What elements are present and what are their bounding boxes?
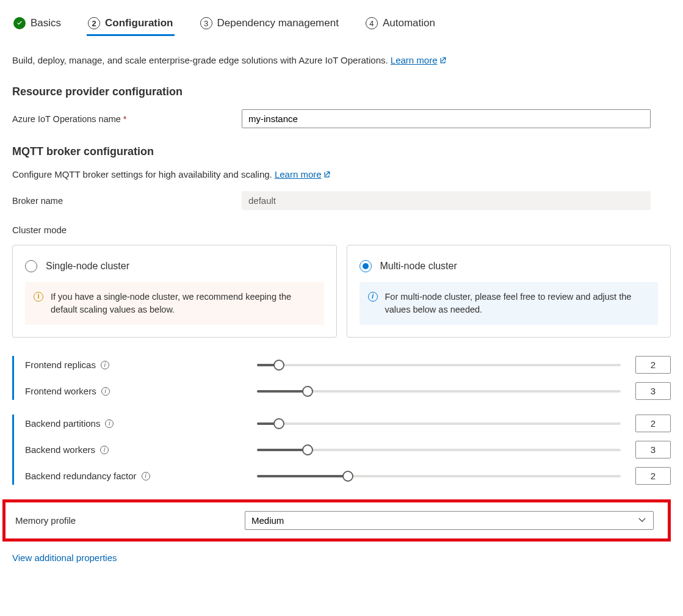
- external-link-icon: [323, 170, 331, 180]
- tab-basics[interactable]: Basics: [12, 12, 62, 34]
- tab-dependency-management[interactable]: 3 Dependency management: [199, 12, 340, 34]
- slider-label: Backend workers: [25, 444, 95, 455]
- cluster-card-multi[interactable]: Multi-node cluster i For multi-node clus…: [347, 245, 671, 338]
- info-icon[interactable]: i: [101, 387, 110, 396]
- backend-partitions-slider[interactable]: [257, 422, 621, 425]
- frontend-workers-row: Frontend workers i 3: [25, 382, 671, 400]
- tab-label: Automation: [383, 17, 435, 29]
- broker-name-row: Broker name: [12, 191, 671, 210]
- section-title-mqtt: MQTT broker configuration: [12, 145, 671, 158]
- broker-name-label: Broker name: [12, 196, 242, 206]
- step-number-icon: 2: [88, 17, 100, 29]
- backend-redundancy-slider[interactable]: [257, 475, 621, 477]
- step-number-icon: 3: [200, 17, 212, 29]
- wizard-tabs: Basics 2 Configuration 3 Dependency mana…: [12, 12, 671, 34]
- multi-node-info: i For multi-node cluster, please feel fr…: [360, 282, 659, 325]
- backend-partitions-value[interactable]: 2: [635, 415, 671, 432]
- cluster-mode-options: Single-node cluster i If you have a sing…: [12, 245, 671, 338]
- frontend-replicas-row: Frontend replicas i 2: [25, 356, 671, 374]
- slider-label: Backend redundancy factor: [25, 471, 137, 481]
- mqtt-description: Configure MQTT broker settings for high …: [12, 169, 671, 180]
- single-node-info: i If you have a single-node cluster, we …: [25, 282, 324, 325]
- cluster-card-single[interactable]: Single-node cluster i If you have a sing…: [12, 245, 337, 338]
- memory-profile-select[interactable]: [245, 511, 654, 530]
- info-icon: i: [34, 292, 43, 302]
- external-link-icon: [439, 56, 447, 66]
- backend-redundancy-row: Backend redundancy factor i 2: [25, 467, 671, 485]
- backend-sliders: Backend partitions i 2 Backend workers i…: [12, 415, 671, 485]
- radio-multi-node[interactable]: [360, 260, 372, 272]
- memory-profile-label: Memory profile: [15, 515, 245, 526]
- aio-name-label: Azure IoT Operations name*: [12, 114, 242, 124]
- frontend-replicas-slider[interactable]: [257, 364, 621, 366]
- backend-workers-slider[interactable]: [257, 449, 621, 451]
- tab-automation[interactable]: 4 Automation: [364, 12, 436, 34]
- slider-label: Frontend replicas: [25, 360, 96, 370]
- backend-workers-value[interactable]: 3: [635, 441, 671, 458]
- cluster-card-title: Single-node cluster: [46, 261, 129, 272]
- backend-partitions-row: Backend partitions i 2: [25, 415, 671, 432]
- slider-label: Backend partitions: [25, 418, 100, 429]
- learn-more-link[interactable]: Learn more: [391, 55, 447, 65]
- info-icon[interactable]: i: [101, 361, 109, 369]
- intro-text: Build, deploy, manage, and scale enterpr…: [12, 55, 671, 66]
- info-icon[interactable]: i: [142, 472, 150, 480]
- required-indicator: *: [123, 114, 127, 124]
- backend-workers-row: Backend workers i 3: [25, 441, 671, 458]
- mqtt-learn-more-link[interactable]: Learn more: [275, 169, 331, 179]
- aio-name-input[interactable]: [242, 109, 651, 128]
- memory-profile-highlight: Memory profile: [2, 499, 671, 542]
- section-title-resource-provider: Resource provider configuration: [12, 85, 671, 98]
- frontend-replicas-value[interactable]: 2: [635, 356, 671, 374]
- check-icon: [13, 17, 26, 29]
- info-icon: i: [368, 292, 378, 302]
- view-additional-properties-link[interactable]: View additional properties: [12, 553, 671, 563]
- radio-single-node[interactable]: [25, 260, 37, 272]
- step-number-icon: 4: [366, 17, 378, 29]
- cluster-mode-label: Cluster mode: [12, 225, 671, 235]
- broker-name-input: [242, 191, 651, 210]
- tab-label: Dependency management: [217, 17, 339, 29]
- frontend-sliders: Frontend replicas i 2 Frontend workers i…: [12, 356, 671, 400]
- info-icon[interactable]: i: [100, 446, 109, 454]
- tab-label: Basics: [31, 17, 61, 29]
- backend-redundancy-value[interactable]: 2: [635, 467, 671, 485]
- frontend-workers-value[interactable]: 3: [635, 382, 671, 400]
- aio-name-row: Azure IoT Operations name*: [12, 109, 671, 128]
- frontend-workers-slider[interactable]: [257, 390, 621, 393]
- slider-label: Frontend workers: [25, 386, 96, 396]
- cluster-card-title: Multi-node cluster: [380, 261, 457, 272]
- tab-configuration[interactable]: 2 Configuration: [87, 12, 174, 36]
- info-icon[interactable]: i: [105, 419, 114, 428]
- tab-label: Configuration: [105, 17, 173, 29]
